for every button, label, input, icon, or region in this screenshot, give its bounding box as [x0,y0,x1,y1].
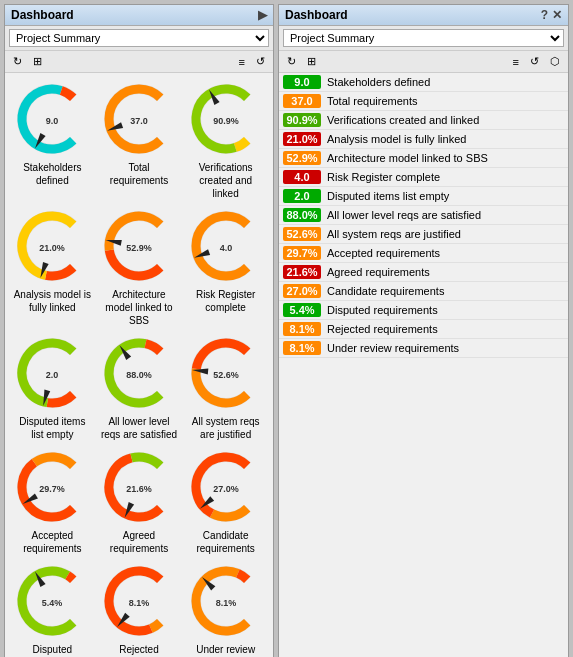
list-row[interactable]: 21.0% Analysis model is fully linked [279,130,568,149]
gauge-item-risk: 4.0 Risk Register complete [186,208,265,327]
gauge-label-lower-level: All lower level reqs are satisfied [100,415,179,441]
gauge-item-total-req: 37.0 Total requirements [100,81,179,200]
svg-text:9.0: 9.0 [46,116,59,126]
left-summary-select[interactable]: Project Summary [9,29,269,47]
right-close-icon[interactable]: ✕ [552,9,562,21]
right-toolbar: ↻ ⊞ ≡ ↺ ⬡ [279,51,568,73]
list-badge: 21.6% [283,265,321,279]
svg-text:8.1%: 8.1% [215,598,236,608]
list-item-label: Architecture model linked to SBS [327,152,488,164]
gauge-label-rejected: Rejected requirements [100,643,179,657]
list-item-label: Risk Register complete [327,171,440,183]
right-refresh-btn[interactable]: ↻ [283,53,300,70]
gauge-item-accepted: 29.7% Accepted requirements [13,449,92,555]
gauge-candidate: 27.0% [188,449,264,525]
gauge-item-stakeholders: 9.0 Stakeholders defined [13,81,92,200]
gauges-grid: 9.0 Stakeholders defined 37.0 Total requ… [5,73,273,657]
gauge-label-disputed-empty: Disputed items list empty [13,415,92,441]
gauge-disputed-empty: 2.0 [14,335,90,411]
list-row[interactable]: 4.0 Risk Register complete [279,168,568,187]
svg-text:5.4%: 5.4% [42,598,63,608]
svg-text:27.0%: 27.0% [213,484,239,494]
list-row[interactable]: 29.7% Accepted requirements [279,244,568,263]
list-row[interactable]: 37.0 Total requirements [279,92,568,111]
gauge-item-disputed: 5.4% Disputed requirements [13,563,92,657]
list-badge: 4.0 [283,170,321,184]
left-grid-btn[interactable]: ⊞ [29,53,46,70]
gauge-label-accepted: Accepted requirements [13,529,92,555]
left-expand-icon[interactable]: ▶ [258,9,267,21]
list-item-label: Agreed requirements [327,266,430,278]
list-row[interactable]: 8.1% Rejected requirements [279,320,568,339]
right-panel-title-bar: Dashboard ? ✕ [279,5,568,26]
list-row[interactable]: 5.4% Disputed requirements [279,301,568,320]
list-row[interactable]: 52.6% All system reqs are justified [279,225,568,244]
svg-text:4.0: 4.0 [219,243,232,253]
list-item-label: Total requirements [327,95,418,107]
gauge-under-review: 8.1% [188,563,264,639]
list-badge: 52.9% [283,151,321,165]
right-summary-select[interactable]: Project Summary [283,29,564,47]
list-badge: 8.1% [283,341,321,355]
right-export-btn[interactable]: ⬡ [546,53,564,70]
gauge-label-risk: Risk Register complete [186,288,265,314]
gauge-verifications: 90.9% [188,81,264,157]
left-refresh-btn[interactable]: ↻ [9,53,26,70]
list-row[interactable]: 90.9% Verifications created and linked [279,111,568,130]
right-panel: Dashboard ? ✕ Project Summary ↻ ⊞ ≡ ↺ ⬡ … [278,4,569,657]
list-item-label: Disputed items list empty [327,190,449,202]
gauge-system-reqs: 52.6% [188,335,264,411]
gauge-accepted: 29.7% [14,449,90,525]
gauge-item-analysis: 21.0% Analysis model is fully linked [13,208,92,327]
right-help-icon[interactable]: ? [541,9,548,21]
svg-text:37.0: 37.0 [130,116,148,126]
gauge-item-verifications: 90.9% Verifications created and linked [186,81,265,200]
left-panel-icons: ▶ [258,9,267,21]
list-badge: 37.0 [283,94,321,108]
gauge-item-architecture: 52.9% Architecture model linked to SBS [100,208,179,327]
right-list-btn[interactable]: ≡ [509,54,523,70]
list-item-label: Under review requirements [327,342,459,354]
svg-text:21.0%: 21.0% [40,243,66,253]
gauge-label-disputed: Disputed requirements [13,643,92,657]
list-badge: 29.7% [283,246,321,260]
gauge-agreed: 21.6% [101,449,177,525]
list-row[interactable]: 8.1% Under review requirements [279,339,568,358]
list-badge: 90.9% [283,113,321,127]
list-item-label: Rejected requirements [327,323,438,335]
gauge-disputed: 5.4% [14,563,90,639]
list-row[interactable]: 2.0 Disputed items list empty [279,187,568,206]
gauge-label-candidate: Candidate requirements [186,529,265,555]
list-item-label: Stakeholders defined [327,76,430,88]
gauge-label-total-req: Total requirements [100,161,179,187]
left-reload-btn[interactable]: ↺ [252,53,269,70]
list-row[interactable]: 88.0% All lower level reqs are satisfied [279,206,568,225]
right-panel-icons: ? ✕ [541,9,562,21]
list-row[interactable]: 9.0 Stakeholders defined [279,73,568,92]
list-row[interactable]: 27.0% Candidate requirements [279,282,568,301]
list-row[interactable]: 52.9% Architecture model linked to SBS [279,149,568,168]
list-badge: 52.6% [283,227,321,241]
list-item-label: Verifications created and linked [327,114,479,126]
right-list-panel: 9.0 Stakeholders defined37.0 Total requi… [279,73,568,657]
list-item-label: Candidate requirements [327,285,444,297]
right-grid-btn[interactable]: ⊞ [303,53,320,70]
list-badge: 8.1% [283,322,321,336]
right-reload-btn[interactable]: ↺ [526,53,543,70]
right-panel-title: Dashboard [285,8,348,22]
left-list-btn[interactable]: ≡ [235,54,249,70]
gauge-label-agreed: Agreed requirements [100,529,179,555]
list-badge: 21.0% [283,132,321,146]
gauge-lower-level: 88.0% [101,335,177,411]
gauge-label-architecture: Architecture model linked to SBS [100,288,179,327]
gauge-label-analysis: Analysis model is fully linked [13,288,92,314]
list-badge: 2.0 [283,189,321,203]
gauge-item-disputed-empty: 2.0 Disputed items list empty [13,335,92,441]
gauge-rejected: 8.1% [101,563,177,639]
left-panel-title-bar: Dashboard ▶ [5,5,273,26]
gauge-item-under-review: 8.1% Under review requirements [186,563,265,657]
gauge-item-candidate: 27.0% Candidate requirements [186,449,265,555]
list-row[interactable]: 21.6% Agreed requirements [279,263,568,282]
left-toolbar: ↻ ⊞ ≡ ↺ [5,51,273,73]
gauge-risk: 4.0 [188,208,264,284]
